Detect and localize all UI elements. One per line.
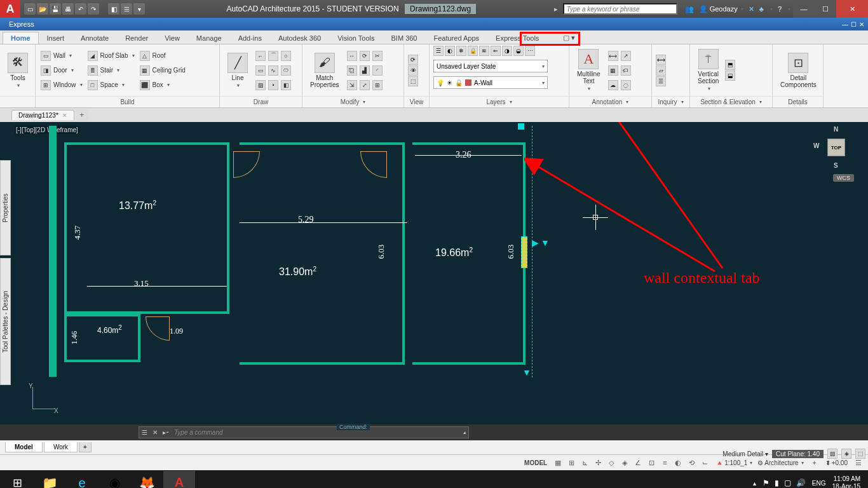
undo-icon[interactable]: ↶ [75, 3, 86, 15]
viewcube[interactable]: N S W TOP [817, 128, 855, 166]
exchange-icon[interactable]: ✕ [749, 5, 754, 13]
rotate-icon[interactable]: ⟳ [360, 51, 370, 61]
unit-icon[interactable]: ⬚ [855, 449, 865, 459]
ortho-icon[interactable]: ⊾ [579, 457, 590, 468]
app-icon[interactable]: A [0, 0, 20, 18]
layer-freeze-icon[interactable]: ❄ [456, 46, 466, 56]
elevation-field[interactable]: ⬍+0.00 [825, 459, 848, 466]
layer-off-icon[interactable]: ◐ [445, 46, 455, 56]
tag-icon[interactable]: 🏷 [621, 65, 631, 76]
panel-inquiry-label[interactable]: Inquiry▾ [652, 96, 689, 107]
tab-annotate[interactable]: Annotate [72, 32, 117, 44]
open-icon[interactable]: 📂 [37, 3, 48, 15]
scale-icon[interactable]: ⤢ [360, 80, 370, 90]
model-tab[interactable]: Model [5, 442, 43, 452]
new-doc-tab-button[interactable]: + [76, 109, 88, 121]
selected-wall[interactable] [521, 236, 527, 268]
doc-close-icon[interactable]: ✕ [859, 21, 864, 28]
table-icon[interactable]: ▦ [608, 65, 618, 76]
panel-details-label[interactable]: Details [773, 96, 823, 107]
hatch-icon[interactable]: ▨ [255, 80, 266, 90]
ellipse-icon[interactable]: ⬭ [281, 65, 291, 76]
layer-key-icon[interactable]: ◈ [841, 449, 851, 459]
viewcube-w[interactable]: W [813, 142, 819, 149]
grid-icon[interactable]: ▦ [552, 457, 564, 468]
file-explorer-icon[interactable]: 📁 [34, 471, 65, 488]
stretch-icon[interactable]: ⇲ [347, 80, 357, 90]
arc-icon[interactable]: ⌒ [268, 51, 278, 61]
visual-style[interactable]: ⚙Architecture▾ [757, 459, 803, 466]
firefox-icon[interactable]: 🦊 [131, 471, 163, 488]
spline-icon[interactable]: ∿ [268, 65, 278, 76]
express-label[interactable]: Express [0, 19, 43, 29]
layer-more-icon[interactable]: ⋯ [525, 46, 535, 56]
infocenter-icon[interactable]: 👥 [685, 5, 694, 13]
elevation-icon[interactable]: ⬒ [725, 60, 735, 70]
tab-featuredapps[interactable]: Featured Apps [425, 32, 487, 44]
lineweight-icon[interactable]: ≡ [659, 457, 670, 468]
array-icon[interactable]: ⊞ [372, 80, 383, 90]
help-icon[interactable]: ? [778, 5, 782, 13]
document-tab[interactable]: Drawing1123*✕ [11, 110, 74, 120]
layer-uniso-icon[interactable]: ◒ [513, 46, 524, 56]
distance-icon[interactable]: ⟷ [656, 55, 666, 65]
tab-home[interactable]: Home [3, 32, 39, 44]
tools-button[interactable]: 🛠Tools▾ [4, 51, 32, 90]
mirror-icon[interactable]: ▟ [360, 65, 370, 76]
tab-insert[interactable]: Insert [39, 32, 73, 44]
region-icon[interactable]: ◧ [281, 80, 291, 90]
tray-expand-icon[interactable]: ▴ [753, 480, 756, 487]
rectangle-icon[interactable]: ▭ [255, 65, 266, 76]
grip-arrow-icon[interactable]: ▼ [522, 367, 531, 377]
box-button[interactable]: ⬛Box▾ [139, 78, 187, 92]
roofslab-button[interactable]: ◢Roof Slab▾ [86, 49, 136, 63]
osnap-icon[interactable]: ◇ [606, 457, 617, 468]
layer-iso-icon[interactable]: ◑ [502, 46, 512, 56]
wifi-icon[interactable]: ▮ [775, 478, 779, 487]
layer-current-dropdown[interactable]: 💡☀🔓 A-Wall▾ [433, 76, 548, 89]
viewcube-s[interactable]: S [834, 162, 838, 169]
model-space-button[interactable]: MODEL [524, 459, 547, 466]
transparency-icon[interactable]: ◐ [672, 457, 684, 468]
layer-match-icon[interactable]: ≋ [479, 46, 489, 56]
maximize-button[interactable]: ☐ [815, 0, 836, 18]
start-button[interactable]: ⊞ [1, 471, 33, 488]
detail-button[interactable]: ⊡Detail Components [776, 51, 820, 90]
view-icon[interactable]: ⬚ [408, 76, 418, 86]
viewcube-top[interactable]: TOP [827, 139, 845, 156]
window-button[interactable]: ⊞Window▾ [39, 78, 84, 92]
ribbon-collapse-button[interactable]: ▢ ▾ [555, 31, 583, 44]
drawing-canvas[interactable]: [-][Top][2D Wireframe] N S W TOP WCS 13.… [11, 122, 868, 424]
display-config-dropdown[interactable]: Medium Detail ▾ [722, 451, 768, 458]
save-icon[interactable]: 💾 [50, 3, 61, 15]
cmdline-close-icon[interactable]: ✕ [153, 429, 158, 436]
polar-icon[interactable]: ✢ [592, 457, 604, 468]
work-tab[interactable]: Work [44, 442, 78, 452]
add-layout-button[interactable]: + [79, 442, 92, 452]
new-icon[interactable]: ▭ [24, 3, 36, 15]
tab-render[interactable]: Render [117, 32, 156, 44]
dimension-icon[interactable]: ⟷ [608, 51, 618, 61]
minimize-button[interactable]: — [793, 0, 815, 18]
area-icon[interactable]: ▱ [656, 65, 666, 76]
panel-build-label[interactable]: Build [36, 96, 219, 107]
cmdline-dropdown-icon[interactable]: ▴ [463, 430, 466, 435]
stay-connected-icon[interactable]: ♣ [759, 5, 764, 13]
list-icon[interactable]: ☰ [656, 76, 666, 86]
panel-annotation-label[interactable]: Annotation▾ [569, 96, 651, 107]
wall-button[interactable]: ▭Wall▾ [39, 49, 84, 63]
action-center-icon[interactable]: ⚑ [763, 478, 770, 487]
point-icon[interactable]: • [268, 80, 278, 90]
volume-icon[interactable]: 🔊 [796, 478, 806, 487]
move-icon[interactable]: ↔ [347, 51, 357, 61]
layer-state-dropdown[interactable]: Unsaved Layer State▾ [433, 60, 548, 72]
tab-autodesk360[interactable]: Autodesk 360 [270, 32, 329, 44]
battery-icon[interactable]: ▢ [784, 478, 791, 487]
stair-button[interactable]: ≣Stair▾ [86, 64, 136, 78]
leader-icon[interactable]: ↗ [621, 51, 631, 61]
cut-plane-field[interactable]: Cut Plane: 1.40 [772, 450, 824, 458]
viewcube-n[interactable]: N [834, 126, 838, 133]
ucs-icon[interactable]: Y X [24, 386, 55, 418]
fillet-icon[interactable]: ◜ [372, 65, 383, 76]
tab-bim360[interactable]: BIM 360 [383, 32, 426, 44]
